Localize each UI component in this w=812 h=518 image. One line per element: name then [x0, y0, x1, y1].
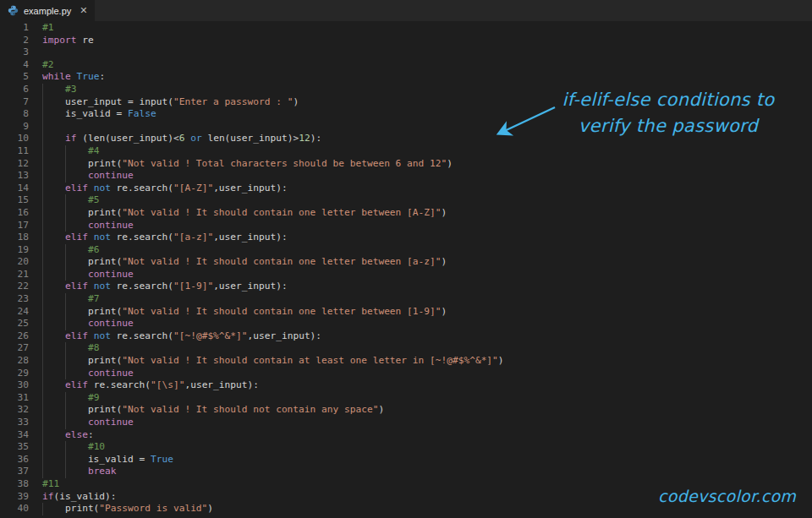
code-line[interactable]: 19 #6 — [0, 244, 812, 257]
code-text: print("Not valid ! Total characters shou… — [42, 158, 453, 169]
code-text: if (len(user_input)<6 or len(user_input)… — [42, 133, 321, 144]
code-text: #6 — [42, 244, 99, 255]
indent-guide — [42, 220, 43, 232]
indent-guide — [65, 244, 66, 257]
indent-guide — [65, 454, 66, 466]
indent-guide — [65, 194, 66, 207]
indent-guide — [65, 392, 66, 405]
line-number: 18 — [0, 232, 29, 244]
line-number: 14 — [0, 183, 29, 195]
line-number: 13 — [0, 170, 29, 183]
code-line[interactable]: 3 — [0, 46, 812, 59]
code-line[interactable]: 32 print("Not valid ! It should not cont… — [0, 404, 812, 417]
code-line[interactable]: 12 print("Not valid ! Total characters s… — [0, 158, 812, 171]
tab-example-py[interactable]: example.py ✕ — [0, 0, 95, 21]
code-line[interactable]: 29 continue — [0, 368, 812, 380]
code-line[interactable]: 15 #5 — [0, 194, 812, 207]
indent-guide — [42, 379, 43, 392]
indent-guide — [42, 207, 43, 220]
line-number: 20 — [0, 256, 29, 269]
indent-guide — [42, 417, 43, 429]
line-number: 15 — [0, 194, 29, 207]
line-number: 31 — [0, 392, 29, 405]
code-text: #4 — [42, 145, 99, 156]
indent-guide — [65, 368, 66, 380]
code-text: elif not re.search("[A-Z]",user_input): — [42, 183, 288, 194]
indent-guide — [42, 96, 43, 109]
indent-guide — [42, 342, 43, 355]
tab-label: example.py — [24, 6, 71, 16]
indent-guide — [42, 232, 43, 244]
indent-guide — [42, 355, 43, 368]
code-line[interactable]: 1#1 — [0, 22, 812, 35]
code-line[interactable]: 22 elif not re.search("[1-9]",user_input… — [0, 281, 812, 293]
line-number: 36 — [0, 454, 29, 466]
indent-guide — [65, 466, 66, 478]
code-line[interactable]: 17 continue — [0, 220, 812, 232]
indent-guide — [65, 145, 66, 158]
line-number: 5 — [0, 71, 29, 84]
code-line[interactable]: 31 #9 — [0, 392, 812, 405]
line-number: 34 — [0, 429, 29, 442]
indent-guide — [42, 133, 43, 145]
code-text: #5 — [42, 194, 99, 205]
code-line[interactable]: 20 print("Not valid ! It should contain … — [0, 256, 812, 269]
code-line[interactable]: 34 else: — [0, 429, 812, 442]
line-number: 12 — [0, 158, 29, 171]
code-line[interactable]: 35 #10 — [0, 441, 812, 454]
code-text: elif not re.search("[~!@#$%^&*]",user_in… — [42, 330, 321, 341]
code-line[interactable]: 23 #7 — [0, 293, 812, 306]
line-number: 26 — [0, 330, 29, 343]
code-text: break — [42, 466, 117, 477]
code-line[interactable]: 33 continue — [0, 417, 812, 429]
code-text: print("Not valid ! It should contain at … — [42, 355, 504, 366]
indent-guide — [65, 318, 66, 330]
annotation-line-2: verify the password — [540, 113, 797, 139]
line-number: 11 — [0, 145, 29, 158]
code-line[interactable]: 27 #8 — [0, 342, 812, 355]
line-number: 37 — [0, 466, 29, 478]
code-text: if(is_valid): — [42, 491, 117, 502]
line-number: 40 — [0, 503, 29, 515]
indent-guide — [65, 256, 66, 269]
code-line[interactable]: 16 print("Not valid ! It should contain … — [0, 207, 812, 220]
code-line[interactable]: 2import re — [0, 35, 812, 47]
code-line[interactable]: 30 elif re.search("[\s]",user_input): — [0, 379, 812, 392]
indent-guide — [42, 330, 43, 343]
line-number: 30 — [0, 379, 29, 392]
code-text: user_input = input("Enter a password : "… — [42, 96, 299, 107]
indent-guide — [42, 404, 43, 417]
indent-guide — [65, 306, 66, 319]
line-number: 8 — [0, 108, 29, 121]
code-text: print("Password is valid") — [42, 503, 213, 514]
code-line[interactable]: 28 print("Not valid ! It should contain … — [0, 355, 812, 368]
indent-guide — [65, 342, 66, 355]
code-line[interactable]: 11 #4 — [0, 145, 812, 158]
indent-guide — [65, 441, 66, 454]
code-line[interactable]: 21 continue — [0, 269, 812, 281]
line-number: 32 — [0, 404, 29, 417]
line-number: 27 — [0, 342, 29, 355]
code-line[interactable]: 36 is_valid = True — [0, 454, 812, 466]
code-line[interactable]: 5while True: — [0, 71, 812, 84]
code-line[interactable]: 24 print("Not valid ! It should contain … — [0, 306, 812, 319]
code-line[interactable]: 13 continue — [0, 170, 812, 183]
indent-guide — [65, 207, 66, 220]
indent-guide — [42, 256, 43, 269]
code-line[interactable]: 37 break — [0, 466, 812, 478]
code-line[interactable]: 26 elif not re.search("[~!@#$%^&*]",user… — [0, 330, 812, 343]
code-line[interactable]: 4#2 — [0, 59, 812, 72]
code-text: continue — [42, 170, 134, 181]
annotation-text: if-elif-else conditions to verify the pa… — [540, 87, 797, 139]
code-line[interactable]: 14 elif not re.search("[A-Z]",user_input… — [0, 183, 812, 195]
indent-guide — [42, 293, 43, 306]
tab-close-icon[interactable]: ✕ — [80, 6, 87, 15]
code-text: #1 — [42, 22, 53, 33]
code-text: #8 — [42, 342, 99, 353]
line-number: 23 — [0, 293, 29, 306]
code-line[interactable]: 18 elif not re.search("[a-z]",user_input… — [0, 232, 812, 244]
indent-guide — [42, 108, 43, 121]
line-number: 17 — [0, 220, 29, 232]
code-text: is_valid = True — [42, 454, 173, 465]
code-line[interactable]: 25 continue — [0, 318, 812, 330]
